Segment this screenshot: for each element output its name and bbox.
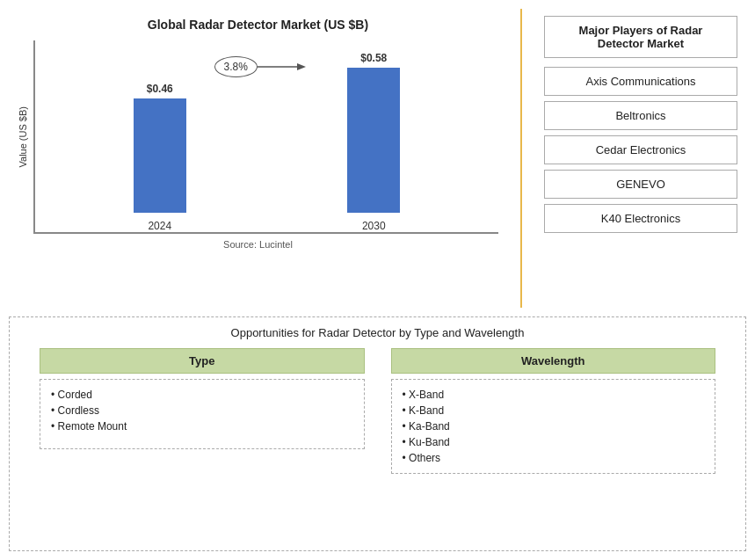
chart-wrapper: Value (US $B) 3.8% $0.4	[18, 40, 498, 234]
player-item-2: Cedar Electronics	[544, 135, 737, 164]
player-item-4: K40 Electronics	[544, 204, 737, 233]
bar-group-2024: $0.46 2024	[134, 83, 186, 232]
chart-title: Global Radar Detector Market (US $B)	[148, 18, 368, 32]
opp-item-type-2: • Remote Mount	[51, 418, 353, 434]
opp-column-wavelength: Wavelength • X-Band • K-Band • Ka-Band •…	[391, 348, 716, 474]
player-item-1: Beltronics	[544, 101, 737, 130]
main-container: Global Radar Detector Market (US $B) Val…	[0, 0, 755, 560]
opportunities-title: Opportunities for Radar Detector by Type…	[22, 326, 733, 339]
vertical-divider	[520, 9, 522, 308]
bar-label-2030: 2030	[362, 220, 386, 232]
opp-item-type-0: • Corded	[51, 387, 353, 403]
arrow-svg	[258, 58, 306, 76]
y-axis-label: Value (US $B)	[18, 106, 28, 168]
bottom-section: Opportunities for Radar Detector by Type…	[9, 316, 746, 551]
opp-items-type: • Corded • Cordless • Remote Mount	[40, 379, 365, 449]
opportunities-content: Type • Corded • Cordless • Remote Mount …	[22, 348, 733, 474]
annotation-bubble: 3.8%	[214, 56, 258, 77]
bar-2024	[134, 98, 186, 213]
opp-item-wave-1: • K-Band	[403, 403, 705, 418]
opp-item-wave-2: • Ka-Band	[403, 418, 705, 434]
opp-header-type: Type	[40, 348, 365, 374]
chart-inner: 3.8% $0.46 2024	[33, 40, 498, 234]
bars-area: 3.8% $0.46 2024	[33, 40, 498, 234]
opp-item-wave-0: • X-Band	[403, 387, 705, 403]
players-area: Major Players of Radar Detector Market A…	[535, 9, 746, 308]
opp-column-type: Type • Corded • Cordless • Remote Mount	[40, 348, 365, 474]
svg-marker-1	[297, 63, 306, 70]
opp-items-wavelength: • X-Band • K-Band • Ka-Band • Ku-Band • …	[391, 379, 716, 474]
player-item-3: GENEVO	[544, 170, 737, 199]
source-text: Source: Lucintel	[223, 239, 293, 250]
bar-value-2030: $0.58	[360, 52, 387, 64]
opp-item-wave-3: • Ku-Band	[403, 434, 705, 450]
player-item-0: Axis Communications	[544, 67, 737, 96]
bar-group-2030: $0.58 2030	[347, 52, 400, 232]
bar-2030	[347, 68, 400, 213]
opp-item-wave-4: • Others	[403, 450, 705, 466]
chart-area: Global Radar Detector Market (US $B) Val…	[9, 9, 507, 308]
annotation-area: 3.8%	[214, 56, 306, 77]
bar-value-2024: $0.46	[147, 83, 173, 95]
opp-item-type-1: • Cordless	[51, 403, 353, 418]
top-section: Global Radar Detector Market (US $B) Val…	[9, 9, 746, 308]
players-title: Major Players of Radar Detector Market	[544, 16, 737, 58]
opp-header-wavelength: Wavelength	[391, 348, 716, 374]
bar-label-2024: 2024	[148, 220, 171, 232]
